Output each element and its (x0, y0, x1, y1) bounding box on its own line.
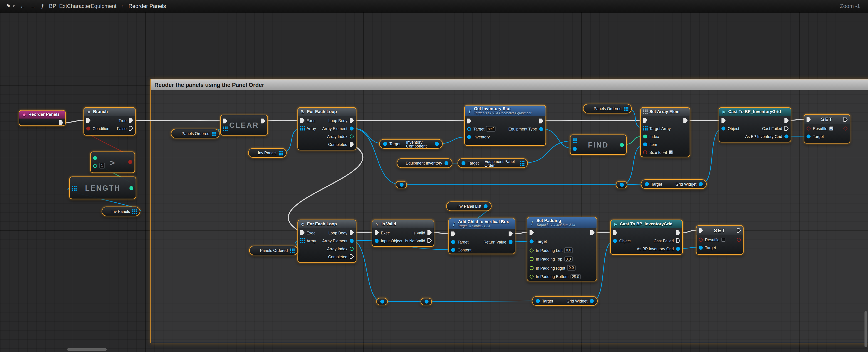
obj-pin[interactable] (424, 299, 429, 305)
as-bp-inventory-grid-pin[interactable] (784, 133, 789, 139)
exec-pin[interactable] (613, 230, 618, 235)
exec-pin[interactable] (683, 118, 688, 123)
grid-widget-pill-2[interactable]: TargetGrid Widget (532, 296, 598, 306)
completed-pin[interactable] (349, 254, 354, 259)
set-resuffle-2[interactable]: SETResuffleTarget (696, 225, 744, 255)
exec-pin[interactable] (843, 117, 848, 122)
obj-pin[interactable] (399, 182, 404, 188)
get-inventory-slot[interactable]: ƒGet Inventory SlotTarget is BP Ext Char… (464, 105, 546, 146)
int-pin[interactable] (93, 155, 98, 161)
array-index-pin[interactable] (349, 246, 354, 252)
exec-pin[interactable] (529, 230, 534, 235)
back-icon[interactable]: ← (20, 3, 25, 9)
as-bp-inventory-grid-pin[interactable] (676, 246, 681, 252)
size-to-fit-checkbox[interactable] (669, 150, 673, 154)
panels-ordered-pin[interactable] (289, 248, 295, 253)
clear[interactable]: CLEAR (220, 115, 268, 136)
item-pin[interactable] (643, 141, 648, 147)
false-pin[interactable] (128, 126, 133, 131)
target-pin[interactable] (535, 298, 540, 304)
cast-failed-pin[interactable] (676, 238, 681, 244)
bool-pin[interactable] (843, 126, 848, 131)
inv-panel-list-pill[interactable]: Inv Panel List (446, 201, 492, 211)
exec-pin[interactable] (806, 117, 811, 122)
exec-pin[interactable] (300, 230, 305, 235)
exec-pin[interactable] (784, 118, 789, 123)
resuffle-pin[interactable] (698, 237, 703, 243)
exec-pin[interactable] (59, 120, 64, 126)
cast-bp-inventory-grid-2[interactable]: ▶Cast To BP_InventoryGridObjectCast Fail… (610, 220, 683, 255)
obj-pin[interactable] (572, 146, 578, 152)
inv-panels-2[interactable]: Inv Panels (248, 148, 287, 158)
reroute-4[interactable] (421, 298, 432, 306)
bool-pin[interactable] (736, 237, 742, 243)
int-pin[interactable] (129, 185, 134, 191)
foreach-bottom[interactable]: ↻For Each LoopExecArrayLoop BodyArray El… (298, 220, 356, 263)
array-element-pin[interactable] (349, 126, 354, 131)
panels-ordered-pin[interactable] (211, 131, 216, 136)
target-pin[interactable] (461, 160, 466, 166)
loop-body-pin[interactable] (349, 118, 354, 123)
completed-pin[interactable] (349, 141, 354, 147)
condition-pin[interactable] (86, 126, 91, 131)
array-element-pin[interactable] (349, 238, 354, 244)
true-pin[interactable] (128, 118, 133, 123)
exec-pin[interactable] (451, 231, 456, 237)
bookmark-icon[interactable]: ⚑ (6, 3, 10, 9)
cast-bp-inventory-grid-1[interactable]: ▶Cast To BP_InventoryGridObjectCast Fail… (719, 107, 791, 142)
exec-pin[interactable] (467, 118, 472, 124)
inv-panels-pin[interactable] (132, 209, 137, 214)
bookmark-caret-icon[interactable]: ▾ (13, 4, 15, 8)
equipment-inventory-pin[interactable] (444, 160, 449, 166)
is-valid-pin[interactable] (427, 230, 432, 235)
equipment-panel-order-pin[interactable] (520, 160, 525, 166)
resuffle-checkbox[interactable] (721, 237, 725, 242)
array-pin[interactable] (300, 238, 305, 244)
in-padding-right-input[interactable]: 0.0 (567, 265, 576, 270)
in-padding-top-input[interactable]: 0.0 (564, 256, 572, 262)
array-pin[interactable] (572, 138, 578, 143)
array-pin[interactable] (300, 126, 305, 131)
exec-pin[interactable] (86, 118, 91, 123)
obj-pin[interactable] (379, 299, 384, 305)
exec-pin[interactable] (222, 118, 228, 124)
branch[interactable]: ◆BranchConditionTrueFalse (84, 107, 136, 136)
inventory-component-pill[interactable]: TargetInventory Component (379, 139, 443, 149)
in-padding-left-input[interactable]: 0.0 (564, 248, 573, 253)
array-pin[interactable] (222, 126, 228, 132)
equipment-panel-order-pill[interactable]: TargetEquipment Panel Order (458, 158, 528, 168)
grid-widget-pin[interactable] (589, 298, 594, 304)
grid-widget-pin[interactable] (698, 181, 703, 187)
set-resuffle-1[interactable]: SETResuffleTarget (804, 114, 850, 143)
in-padding-bottom-input[interactable]: 25.0 (570, 274, 581, 279)
target-pin[interactable] (529, 238, 534, 244)
equipment-inventory-pill[interactable]: Equipment Inventory (397, 158, 453, 168)
foreach-top[interactable]: ↻For Each LoopExecArrayLoop BodyArray El… (298, 107, 356, 151)
vertical-scrollbar[interactable] (865, 311, 867, 347)
exec-pin[interactable] (300, 118, 305, 123)
in-padding-bottom-pin[interactable] (529, 274, 534, 279)
exec-pin[interactable] (539, 118, 544, 124)
inventory-component-pin[interactable] (434, 141, 440, 147)
is-not-valid-pin[interactable] (427, 238, 432, 244)
object-pin[interactable] (613, 238, 618, 244)
target-input[interactable]: self (486, 126, 495, 132)
target-pin[interactable] (467, 126, 472, 132)
target-pin[interactable] (698, 245, 703, 250)
value-input[interactable]: 1 (99, 163, 105, 168)
obj-pin[interactable] (619, 182, 624, 188)
loop-body-pin[interactable] (349, 230, 354, 235)
int-pin[interactable] (619, 142, 625, 148)
in-padding-left-pin[interactable] (529, 247, 534, 253)
set-padding[interactable]: ƒSet PaddingTarget is Vertical Box SlotT… (527, 217, 597, 281)
target-pin[interactable] (806, 133, 811, 139)
inv-panels-1[interactable]: Inv Panels (102, 206, 140, 216)
set-array-elem[interactable]: Set Array ElemTarget ArrayIndexItemSize … (640, 107, 690, 157)
exec-pin[interactable] (590, 230, 595, 235)
target-array-pin[interactable] (643, 126, 648, 131)
object-pin[interactable] (721, 126, 726, 131)
int-pin[interactable] (93, 163, 98, 169)
greater[interactable]: >1 (90, 152, 135, 173)
in-padding-right-pin[interactable] (529, 265, 534, 271)
panels-ordered-pin[interactable] (623, 106, 628, 111)
